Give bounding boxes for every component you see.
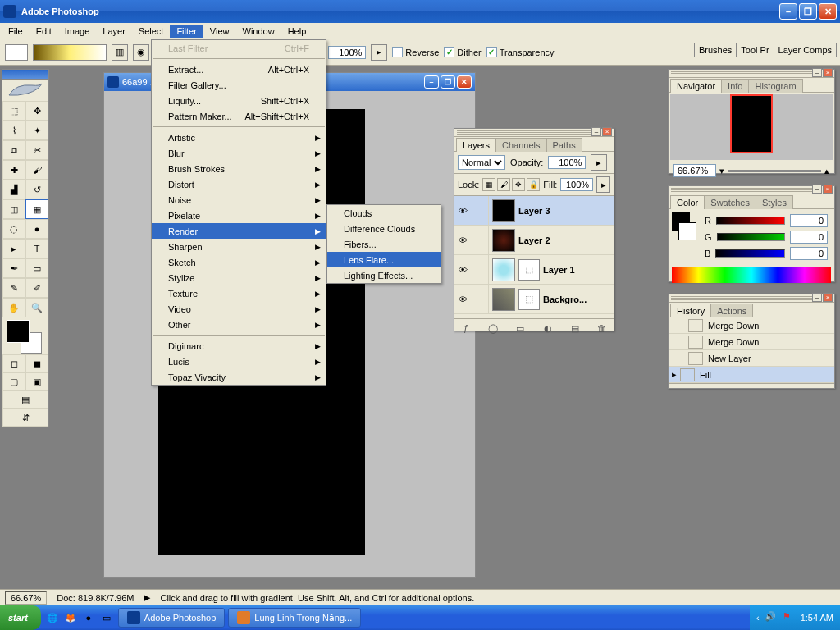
tab-paths[interactable]: Paths	[546, 138, 582, 152]
tab-history[interactable]: History	[670, 304, 711, 317]
palette-close-button[interactable]: ×	[823, 293, 833, 302]
g-slider[interactable]	[717, 233, 785, 241]
gradient-type-radial[interactable]: ◉	[133, 44, 149, 61]
menu-edit[interactable]: Edit	[30, 25, 58, 38]
lock-transparency-icon[interactable]: ▦	[482, 178, 495, 191]
menu-lighting-effects[interactable]: Lighting Effects...	[327, 267, 441, 283]
layer-thumb[interactable]	[492, 258, 515, 281]
tool-path-select[interactable]: ▸	[2, 239, 25, 258]
tool-eraser[interactable]: ◫	[2, 199, 25, 219]
color-spectrum[interactable]	[672, 267, 831, 283]
tool-lasso[interactable]: ⌇	[2, 121, 25, 140]
tool-blur[interactable]: ◌	[2, 219, 25, 239]
menu-stylize[interactable]: Stylize	[152, 270, 326, 285]
tab-layers[interactable]: Layers	[456, 138, 496, 152]
tool-crop[interactable]: ⧉	[2, 140, 25, 160]
blend-mode-select[interactable]: Normal	[458, 155, 505, 170]
eye-icon[interactable]: 👁	[454, 255, 472, 284]
quicklaunch-ie-icon[interactable]: 🌐	[44, 609, 61, 626]
tab-channels[interactable]: Channels	[495, 138, 546, 152]
layer-opacity-flyout[interactable]: ▸	[591, 154, 607, 171]
foreground-color-swatch[interactable]	[7, 321, 29, 342]
palette-tab-layer-comps[interactable]: Layer Comps	[774, 43, 837, 57]
minimize-button[interactable]: –	[779, 3, 797, 20]
maximize-button[interactable]: ❐	[799, 3, 817, 20]
tool-shape[interactable]: ▭	[25, 258, 48, 278]
palette-minimize-button[interactable]: –	[591, 127, 601, 136]
tool-notes[interactable]: ✎	[2, 278, 25, 298]
layer-name[interactable]: Layer 3	[518, 206, 550, 216]
quicklaunch-icon[interactable]: ●	[80, 609, 97, 626]
palette-tab-brushes[interactable]: Brushes	[694, 43, 737, 57]
layer-row[interactable]: 👁 ⬚ Backgro...	[454, 285, 614, 314]
r-slider[interactable]	[716, 217, 785, 225]
layer-thumb[interactable]	[492, 199, 515, 222]
r-value[interactable]: 0	[790, 214, 828, 227]
menu-window[interactable]: Window	[236, 25, 281, 38]
b-slider[interactable]	[715, 249, 785, 258]
close-button[interactable]: ✕	[819, 3, 837, 20]
menu-clouds[interactable]: Clouds	[327, 205, 441, 221]
tool-marquee[interactable]: ⬚	[2, 101, 25, 121]
menu-pattern-maker[interactable]: Pattern Maker...Alt+Shift+Ctrl+X	[152, 108, 326, 124]
tool-history-brush[interactable]: ↺	[25, 180, 48, 199]
palette-close-button[interactable]: ×	[823, 68, 833, 77]
menu-pixelate[interactable]: Pixelate	[152, 208, 326, 223]
reverse-checkbox[interactable]: Reverse	[392, 47, 439, 57]
mode-standard[interactable]: ◻	[2, 354, 25, 372]
tab-histogram[interactable]: Histogram	[748, 79, 802, 93]
menu-sketch[interactable]: Sketch	[152, 254, 326, 270]
system-tray[interactable]: ‹ 🔊 ⚑ 1:54 AM	[750, 605, 840, 630]
menu-other[interactable]: Other	[152, 317, 326, 332]
menu-brush-strokes[interactable]: Brush Strokes	[152, 161, 326, 176]
fill-flyout[interactable]: ▸	[596, 176, 610, 193]
mode-quickmask[interactable]: ◼	[25, 354, 48, 372]
tab-styles[interactable]: Styles	[756, 195, 793, 209]
menu-blur[interactable]: Blur	[152, 145, 326, 161]
layer-mask-icon[interactable]: ◯	[486, 322, 500, 335]
gradient-type-linear[interactable]: ▥	[112, 44, 128, 61]
screen-full[interactable]: ▤	[2, 390, 48, 409]
tab-swatches[interactable]: Swatches	[704, 195, 756, 209]
layer-mask-thumb[interactable]: ⬚	[518, 259, 540, 281]
status-zoom[interactable]: 66.67%	[5, 591, 47, 605]
menu-fibers[interactable]: Fibers...	[327, 236, 441, 252]
palette-minimize-button[interactable]: –	[812, 293, 822, 302]
menu-difference-clouds[interactable]: Difference Clouds	[327, 221, 441, 236]
history-item[interactable]: Merge Down	[669, 317, 834, 334]
menu-filter[interactable]: Filter	[170, 25, 203, 38]
menu-help[interactable]: Help	[281, 25, 313, 38]
layer-row[interactable]: 👁 ⬚ Layer 1	[454, 255, 614, 285]
palette-close-button[interactable]: ×	[602, 127, 612, 136]
clock[interactable]: 1:54 AM	[801, 613, 833, 623]
menu-topaz[interactable]: Topaz Vivacity	[152, 369, 326, 385]
tool-stamp[interactable]: ▟	[2, 180, 25, 199]
screen-full-menu[interactable]: ▣	[25, 372, 48, 390]
g-value[interactable]: 0	[790, 231, 828, 244]
eye-icon[interactable]: 👁	[454, 196, 472, 225]
menu-noise[interactable]: Noise	[152, 192, 326, 208]
menu-lens-flare[interactable]: Lens Flare...	[327, 252, 441, 267]
navigator-preview[interactable]	[670, 94, 833, 160]
doc-minimize-button[interactable]: –	[424, 75, 439, 89]
palette-tab-tool-presets[interactable]: Tool Pr	[736, 43, 774, 57]
tray-icon[interactable]: 🔊	[765, 611, 778, 624]
tab-navigator[interactable]: Navigator	[670, 79, 722, 93]
menu-file[interactable]: File	[2, 25, 30, 38]
tool-dodge[interactable]: ●	[25, 219, 48, 239]
history-item[interactable]: ▸Fill	[669, 367, 834, 383]
b-value[interactable]: 0	[790, 247, 828, 260]
taskbar-item-photoshop[interactable]: Adobe Photoshop	[118, 608, 225, 628]
layer-row[interactable]: 👁 Layer 3	[454, 196, 614, 226]
zoom-slider[interactable]	[728, 170, 821, 172]
menu-sharpen[interactable]: Sharpen	[152, 239, 326, 254]
tab-color[interactable]: Color	[670, 195, 705, 209]
tray-expand-icon[interactable]: ‹	[756, 613, 760, 623]
zoom-value[interactable]: 66.67%	[673, 164, 716, 177]
history-item[interactable]: New Layer	[669, 350, 834, 367]
transparency-checkbox[interactable]: ✓Transparency	[486, 47, 555, 57]
layer-list[interactable]: 👁 Layer 3 👁 Layer 2 👁 ⬚ Layer 1 👁 ⬚ Back…	[454, 196, 614, 319]
history-item[interactable]: Merge Down	[669, 334, 834, 350]
layer-name[interactable]: Backgro...	[543, 294, 587, 304]
toolbox-drag-handle[interactable]	[2, 70, 48, 80]
